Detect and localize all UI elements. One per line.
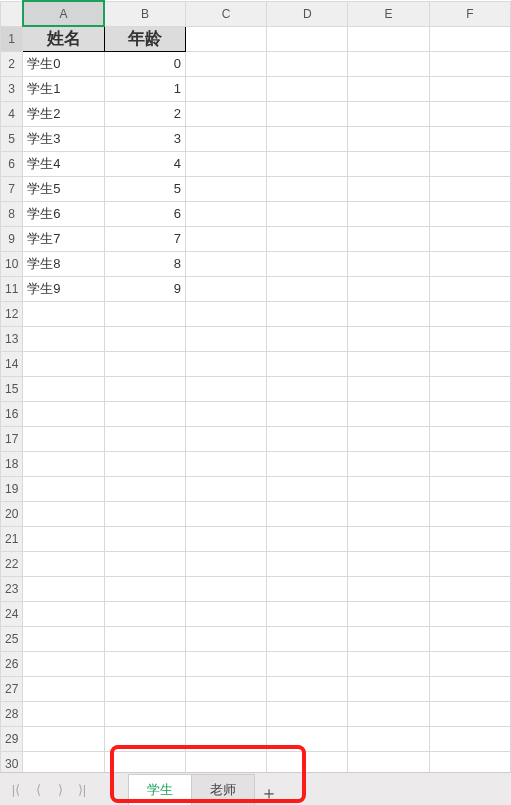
cell-B9[interactable]: 7: [104, 226, 185, 251]
cell-C1[interactable]: [186, 26, 267, 51]
cell-E18[interactable]: [348, 451, 429, 476]
cell-A13[interactable]: [23, 326, 104, 351]
cell-D23[interactable]: [267, 576, 348, 601]
cell-C22[interactable]: [186, 551, 267, 576]
cell-D24[interactable]: [267, 601, 348, 626]
cell-B25[interactable]: [104, 626, 185, 651]
cell-D22[interactable]: [267, 551, 348, 576]
row-header[interactable]: 2: [1, 51, 23, 76]
cell-A11[interactable]: 学生9: [23, 276, 104, 301]
cell-F1[interactable]: [429, 26, 510, 51]
cell-A10[interactable]: 学生8: [23, 251, 104, 276]
cell-C8[interactable]: [186, 201, 267, 226]
cell-F22[interactable]: [429, 551, 510, 576]
cell-C9[interactable]: [186, 226, 267, 251]
cell-F11[interactable]: [429, 276, 510, 301]
cell-E5[interactable]: [348, 126, 429, 151]
cell-E7[interactable]: [348, 176, 429, 201]
cell-F16[interactable]: [429, 401, 510, 426]
cell-F9[interactable]: [429, 226, 510, 251]
cell-E13[interactable]: [348, 326, 429, 351]
cell-B17[interactable]: [104, 426, 185, 451]
cell-D12[interactable]: [267, 301, 348, 326]
cell-E12[interactable]: [348, 301, 429, 326]
cell-C5[interactable]: [186, 126, 267, 151]
row-header[interactable]: 28: [1, 701, 23, 726]
nav-last-icon[interactable]: ⟩|: [74, 781, 90, 797]
cell-C13[interactable]: [186, 326, 267, 351]
cell-A21[interactable]: [23, 526, 104, 551]
cell-B18[interactable]: [104, 451, 185, 476]
cell-F7[interactable]: [429, 176, 510, 201]
cell-C10[interactable]: [186, 251, 267, 276]
cell-A24[interactable]: [23, 601, 104, 626]
cell-E16[interactable]: [348, 401, 429, 426]
cell-F18[interactable]: [429, 451, 510, 476]
cell-B27[interactable]: [104, 676, 185, 701]
cell-F30[interactable]: [429, 751, 510, 772]
cell-A20[interactable]: [23, 501, 104, 526]
cell-C20[interactable]: [186, 501, 267, 526]
cell-B7[interactable]: 5: [104, 176, 185, 201]
row-header[interactable]: 4: [1, 101, 23, 126]
cell-F26[interactable]: [429, 651, 510, 676]
row-header[interactable]: 18: [1, 451, 23, 476]
cell-A27[interactable]: [23, 676, 104, 701]
cell-A9[interactable]: 学生7: [23, 226, 104, 251]
cell-E8[interactable]: [348, 201, 429, 226]
cell-B29[interactable]: [104, 726, 185, 751]
row-header[interactable]: 24: [1, 601, 23, 626]
row-header[interactable]: 19: [1, 476, 23, 501]
add-sheet-button[interactable]: ＋: [254, 781, 284, 805]
cell-A6[interactable]: 学生4: [23, 151, 104, 176]
cell-F15[interactable]: [429, 376, 510, 401]
cell-C25[interactable]: [186, 626, 267, 651]
cell-B22[interactable]: [104, 551, 185, 576]
cell-E29[interactable]: [348, 726, 429, 751]
cell-F12[interactable]: [429, 301, 510, 326]
cell-D1[interactable]: [267, 26, 348, 51]
row-header[interactable]: 17: [1, 426, 23, 451]
cell-A3[interactable]: 学生1: [23, 76, 104, 101]
cell-F20[interactable]: [429, 501, 510, 526]
cell-F17[interactable]: [429, 426, 510, 451]
cell-E26[interactable]: [348, 651, 429, 676]
cell-B26[interactable]: [104, 651, 185, 676]
row-header[interactable]: 16: [1, 401, 23, 426]
cell-C18[interactable]: [186, 451, 267, 476]
cell-C28[interactable]: [186, 701, 267, 726]
cell-B28[interactable]: [104, 701, 185, 726]
row-header[interactable]: 3: [1, 76, 23, 101]
row-header[interactable]: 26: [1, 651, 23, 676]
cell-E6[interactable]: [348, 151, 429, 176]
row-header[interactable]: 30: [1, 751, 23, 772]
cell-C3[interactable]: [186, 76, 267, 101]
row-header[interactable]: 12: [1, 301, 23, 326]
cell-D16[interactable]: [267, 401, 348, 426]
col-header-F[interactable]: F: [429, 1, 510, 26]
cell-B12[interactable]: [104, 301, 185, 326]
cell-E11[interactable]: [348, 276, 429, 301]
cell-F29[interactable]: [429, 726, 510, 751]
row-header[interactable]: 21: [1, 526, 23, 551]
cell-A28[interactable]: [23, 701, 104, 726]
cell-B24[interactable]: [104, 601, 185, 626]
row-header[interactable]: 6: [1, 151, 23, 176]
row-header[interactable]: 5: [1, 126, 23, 151]
nav-next-icon[interactable]: ⟩: [52, 781, 68, 797]
cell-D29[interactable]: [267, 726, 348, 751]
tab-teachers[interactable]: 老师: [191, 774, 255, 805]
cell-C17[interactable]: [186, 426, 267, 451]
cell-D4[interactable]: [267, 101, 348, 126]
cell-D8[interactable]: [267, 201, 348, 226]
cell-D19[interactable]: [267, 476, 348, 501]
nav-first-icon[interactable]: |⟨: [8, 781, 24, 797]
cell-D27[interactable]: [267, 676, 348, 701]
row-header[interactable]: 20: [1, 501, 23, 526]
cell-E22[interactable]: [348, 551, 429, 576]
cell-C27[interactable]: [186, 676, 267, 701]
row-header[interactable]: 10: [1, 251, 23, 276]
cell-B10[interactable]: 8: [104, 251, 185, 276]
cell-A30[interactable]: [23, 751, 104, 772]
cell-B4[interactable]: 2: [104, 101, 185, 126]
